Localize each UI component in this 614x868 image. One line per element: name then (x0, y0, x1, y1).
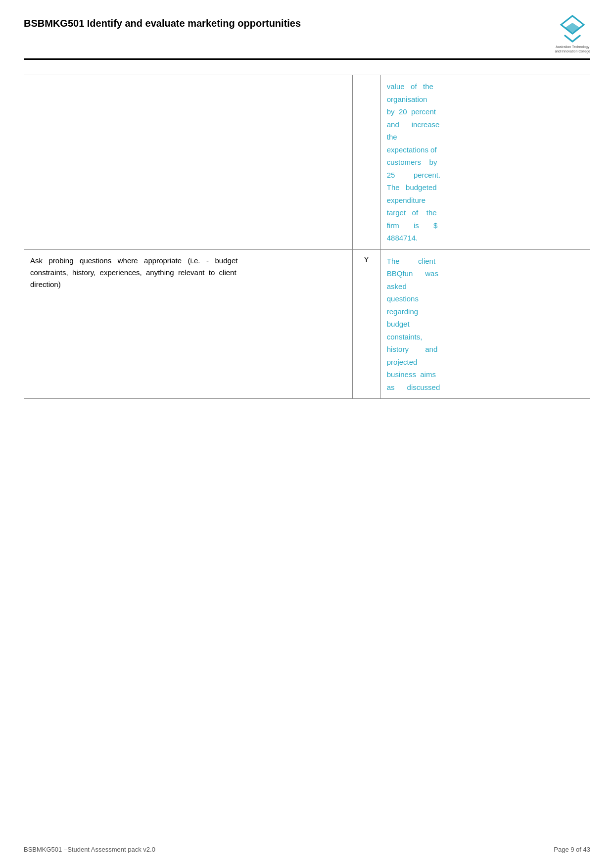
right-line: firm is $ (387, 219, 584, 232)
right-line: constaints, (387, 331, 584, 343)
footer-left: BSBMKG501 –Student Assessment pack v2.0 (24, 846, 155, 853)
right-line: by 20 percent (387, 105, 584, 118)
right-lines-1: value of the organisation by 20 percent … (387, 80, 584, 244)
right-line: as discussed (387, 381, 584, 394)
svg-marker-1 (565, 23, 580, 33)
mid-value-2: Y (364, 255, 369, 263)
right-line: regarding (387, 305, 584, 318)
right-line: 4884714. (387, 232, 584, 244)
right-line: questions (387, 292, 584, 305)
table-row: value of the organisation by 20 percent … (24, 75, 590, 250)
main-table: value of the organisation by 20 percent … (24, 75, 590, 399)
right-line: projected (387, 356, 584, 369)
right-line: expectations of (387, 144, 584, 156)
page-title: BSBMKG501 Identify and evaluate marketin… (24, 18, 301, 29)
left-cell-1 (24, 75, 353, 250)
header-divider (24, 58, 590, 60)
right-line: organisation (387, 93, 584, 106)
right-cell-2: The client BBQfun was asked questions re… (380, 249, 590, 399)
left-cell-2: Ask probing questions where appropriate … (24, 249, 353, 399)
college-logo (555, 14, 590, 44)
mid-cell-1 (352, 75, 380, 250)
logo-area: Australian Technologyand Innovation Coll… (555, 14, 590, 53)
right-lines-2: The client BBQfun was asked questions re… (387, 255, 584, 394)
right-line: The budgeted (387, 181, 584, 194)
right-line: business aims (387, 368, 584, 381)
right-line: BBQfun was (387, 267, 584, 280)
page-header: BSBMKG501 Identify and evaluate marketin… (0, 0, 614, 58)
right-line: customers by (387, 156, 584, 169)
right-line: asked (387, 280, 584, 293)
right-line: the (387, 131, 584, 144)
logo-text: Australian Technologyand Innovation Coll… (555, 45, 590, 53)
right-line: value of the (387, 80, 584, 93)
right-line: and increase (387, 118, 584, 131)
left-text-2: Ask probing questions where appropriate … (30, 255, 346, 290)
right-line: The client (387, 255, 584, 268)
right-line: history and (387, 343, 584, 356)
footer-right: Page 9 of 43 (554, 846, 590, 853)
page-footer: BSBMKG501 –Student Assessment pack v2.0 … (24, 846, 590, 853)
right-line: expenditure (387, 194, 584, 207)
right-line: budget (387, 318, 584, 331)
right-line: 25 percent. (387, 169, 584, 182)
mid-cell-2: Y (352, 249, 380, 399)
right-line: target of the (387, 206, 584, 219)
table-row: Ask probing questions where appropriate … (24, 249, 590, 399)
right-cell-1: value of the organisation by 20 percent … (380, 75, 590, 250)
